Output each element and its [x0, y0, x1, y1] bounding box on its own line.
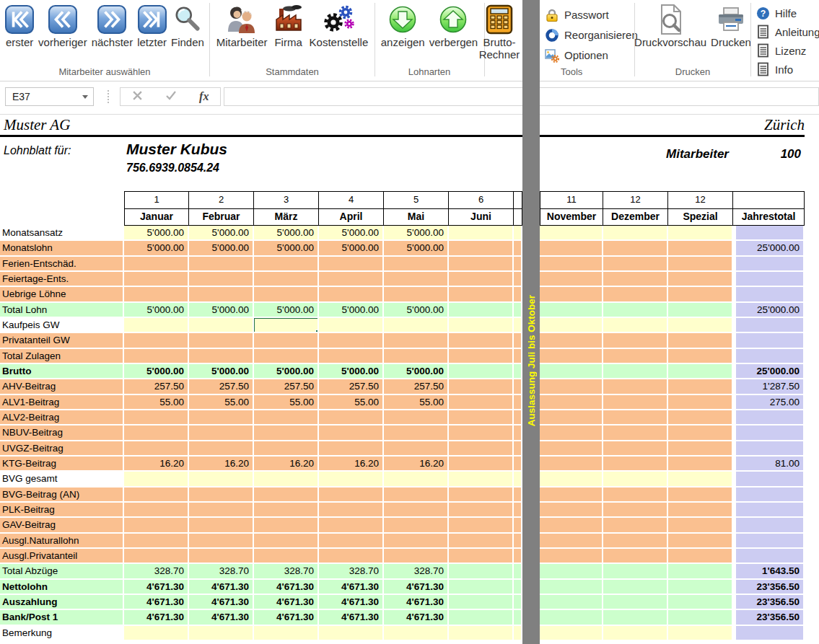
- sheet-cell[interactable]: [668, 534, 733, 549]
- sheet-cell[interactable]: [603, 226, 668, 241]
- sheet-cell[interactable]: [540, 518, 603, 533]
- sheet-cell[interactable]: [514, 303, 522, 318]
- sheet-cell[interactable]: [514, 534, 522, 549]
- sheet-cell[interactable]: 328.70: [124, 564, 189, 579]
- sheet-cell[interactable]: 328.70: [189, 564, 254, 579]
- sheet-cell[interactable]: [189, 534, 254, 549]
- sheet-cell[interactable]: [540, 349, 603, 364]
- jahrestotal-cell[interactable]: 25'000.00: [733, 241, 805, 256]
- sheet-cell[interactable]: [540, 564, 603, 579]
- sheet-cell[interactable]: [514, 333, 522, 348]
- sheet-cell[interactable]: [189, 472, 254, 487]
- sheet-cell[interactable]: [668, 333, 733, 348]
- sheet-cell[interactable]: 4'671.30: [319, 580, 384, 595]
- row-label[interactable]: Bemerkung: [0, 626, 124, 641]
- jahrestotal-cell[interactable]: 1'287.50: [733, 379, 805, 394]
- sheet-cell[interactable]: [449, 564, 514, 579]
- sheet-cell[interactable]: [124, 349, 189, 364]
- sheet-cell[interactable]: [603, 425, 668, 441]
- sheet-cell[interactable]: [603, 287, 668, 302]
- row-label[interactable]: Monatsansatz: [0, 226, 124, 241]
- sheet-cell[interactable]: [540, 472, 603, 487]
- sheet-cell[interactable]: [449, 503, 514, 518]
- sheet-cell[interactable]: [540, 303, 603, 318]
- sheet-cell[interactable]: 4'671.30: [189, 610, 254, 625]
- sheet-cell[interactable]: [254, 488, 319, 503]
- sheet-cell[interactable]: [449, 441, 514, 456]
- sheet-cell[interactable]: 4'671.30: [124, 595, 189, 610]
- sheet-cell[interactable]: [189, 549, 254, 564]
- sheet-cell[interactable]: [124, 626, 189, 641]
- sheet-cell[interactable]: [514, 318, 522, 333]
- sheet-cell[interactable]: [603, 333, 668, 348]
- row-label[interactable]: ALV2-Beitrag: [0, 410, 124, 425]
- sheet-cell[interactable]: [668, 472, 733, 487]
- sheet-cell[interactable]: [540, 257, 603, 272]
- sheet-cell[interactable]: [668, 318, 733, 333]
- sheet-cell[interactable]: 257.50: [189, 379, 254, 394]
- column-header[interactable]: Jahrestotal: [733, 209, 805, 226]
- column-header[interactable]: Februar: [189, 209, 254, 226]
- passwort-button[interactable]: Passwort: [544, 5, 638, 25]
- sheet-cell[interactable]: [540, 503, 603, 518]
- column-number-header[interactable]: 4: [319, 191, 384, 209]
- sheet-cell[interactable]: [603, 626, 668, 641]
- sheet-cell[interactable]: [254, 318, 319, 333]
- sheet-cell[interactable]: [668, 549, 733, 564]
- column-header[interactable]: [514, 209, 522, 226]
- jahrestotal-cell[interactable]: [733, 318, 805, 333]
- sheet-cell[interactable]: [514, 441, 522, 456]
- sheet-cell[interactable]: [384, 472, 449, 487]
- sheet-cell[interactable]: [449, 272, 514, 287]
- sheet-cell[interactable]: [514, 364, 522, 379]
- jahrestotal-cell[interactable]: [733, 333, 805, 348]
- sheet-cell[interactable]: 5'000.00: [254, 364, 319, 379]
- sheet-cell[interactable]: [124, 287, 189, 302]
- sheet-cell[interactable]: 5'000.00: [254, 303, 319, 318]
- column-number-header[interactable]: 11: [540, 191, 603, 209]
- sheet-cell[interactable]: [124, 272, 189, 287]
- sheet-cell[interactable]: 5'000.00: [384, 303, 449, 318]
- sheet-cell[interactable]: [540, 456, 603, 472]
- info-button[interactable]: Info: [755, 60, 819, 79]
- row-label[interactable]: ALV1-Beitrag: [0, 395, 124, 410]
- column-number-header[interactable]: 3: [254, 191, 319, 209]
- sheet-cell[interactable]: [540, 626, 603, 641]
- column-number-header[interactable]: 2: [189, 191, 254, 209]
- sheet-cell[interactable]: 5'000.00: [124, 226, 189, 241]
- sheet-cell[interactable]: [514, 349, 522, 364]
- sheet-cell[interactable]: 257.50: [319, 379, 384, 394]
- jahrestotal-cell[interactable]: 25'000.00: [733, 364, 805, 379]
- sheet-cell[interactable]: [540, 425, 603, 441]
- sheet-cell[interactable]: [124, 472, 189, 487]
- row-label[interactable]: Feiertage-Ents.: [0, 272, 124, 287]
- optionen-button[interactable]: Optionen: [544, 45, 638, 65]
- sheet-cell[interactable]: [603, 318, 668, 333]
- sheet-cell[interactable]: 328.70: [319, 564, 384, 579]
- sheet-cell[interactable]: [668, 364, 733, 379]
- sheet-cell[interactable]: 16.20: [254, 456, 319, 472]
- sheet-cell[interactable]: [384, 441, 449, 456]
- sheet-cell[interactable]: [384, 488, 449, 503]
- sheet-cell[interactable]: 328.70: [254, 564, 319, 579]
- sheet-cell[interactable]: [668, 595, 733, 610]
- column-number-header[interactable]: [733, 191, 805, 209]
- sheet-cell[interactable]: [514, 580, 522, 595]
- sheet-cell[interactable]: 5'000.00: [319, 241, 384, 256]
- sheet-cell[interactable]: [540, 534, 603, 549]
- sheet-cell[interactable]: [603, 580, 668, 595]
- sheet-cell[interactable]: [384, 518, 449, 533]
- sheet-cell[interactable]: 5'000.00: [124, 303, 189, 318]
- sheet-cell[interactable]: [514, 518, 522, 533]
- sheet-cell[interactable]: 16.20: [319, 456, 384, 472]
- sheet-cell[interactable]: 16.20: [124, 456, 189, 472]
- sheet-cell[interactable]: [603, 564, 668, 579]
- sheet-cell[interactable]: [384, 287, 449, 302]
- row-label[interactable]: PLK-Beitrag: [0, 503, 124, 518]
- column-header[interactable]: Juni: [449, 209, 514, 226]
- sheet-cell[interactable]: 5'000.00: [384, 364, 449, 379]
- row-label[interactable]: Kaufpeis GW: [0, 318, 124, 333]
- sheet-cell[interactable]: [668, 241, 733, 256]
- jahrestotal-cell[interactable]: [733, 257, 805, 272]
- sheet-cell[interactable]: [540, 395, 603, 410]
